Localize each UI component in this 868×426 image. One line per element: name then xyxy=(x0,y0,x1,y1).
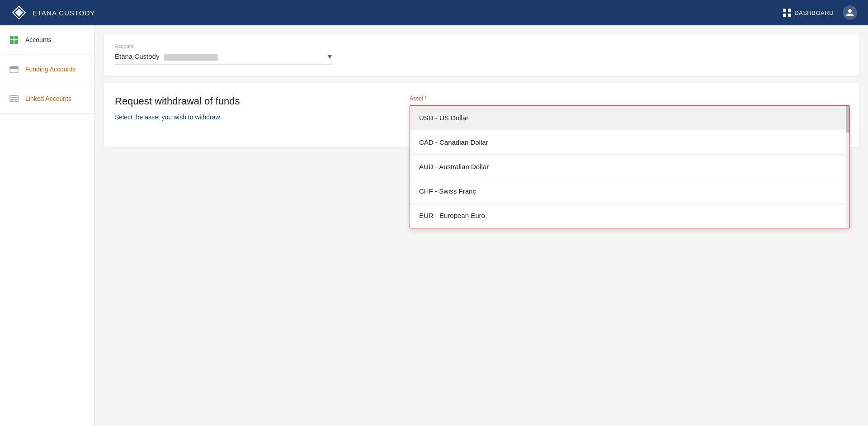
main-content: Account Etana Custody ▾ Request withdraw… xyxy=(95,25,868,426)
account-selector-card: Account Etana Custody ▾ xyxy=(104,34,859,76)
sidebar-item-linked-accounts[interactable]: Linked Accounts xyxy=(0,84,94,114)
account-field-label: Account xyxy=(115,43,848,49)
asset-dropdown[interactable]: USD - US Dollar CAD - Canadian Dollar AU… xyxy=(410,105,850,228)
user-avatar[interactable] xyxy=(843,5,857,20)
account-select-wrapper[interactable]: Etana Custody ▾ xyxy=(115,52,332,65)
page-layout: Accounts Funding Accounts Linked Account… xyxy=(0,25,868,426)
header-actions: DASHBOARD xyxy=(783,5,857,20)
svg-rect-5 xyxy=(783,14,786,17)
account-select-value: Etana Custody xyxy=(115,52,328,60)
svg-rect-9 xyxy=(10,40,14,44)
user-icon xyxy=(845,8,854,17)
sidebar-funding-label: Funding Accounts xyxy=(25,66,75,73)
dropdown-option-cad[interactable]: CAD - Canadian Dollar xyxy=(410,130,849,155)
svg-rect-14 xyxy=(10,95,18,102)
asset-field-label: Asset * xyxy=(410,95,427,102)
dropdown-option-usd[interactable]: USD - US Dollar xyxy=(410,106,849,130)
svg-rect-10 xyxy=(14,40,18,44)
sidebar-item-accounts[interactable]: Accounts xyxy=(0,25,94,55)
svg-rect-16 xyxy=(11,99,14,100)
dashboard-icon xyxy=(783,8,792,17)
dashboard-label: DASHBOARD xyxy=(794,9,834,16)
dropdown-scrollbar[interactable] xyxy=(846,106,849,228)
svg-rect-17 xyxy=(14,99,17,100)
dashboard-link[interactable]: DASHBOARD xyxy=(783,8,834,17)
sidebar: Accounts Funding Accounts Linked Account… xyxy=(0,25,95,426)
dropdown-scrollbar-thumb xyxy=(846,106,849,133)
svg-rect-8 xyxy=(14,36,18,39)
accounts-icon xyxy=(9,35,19,45)
sidebar-item-funding-accounts[interactable]: Funding Accounts xyxy=(0,55,94,84)
account-blurred-text xyxy=(164,54,218,61)
withdrawal-card: Request withdrawal of funds Select the a… xyxy=(104,83,859,147)
svg-rect-4 xyxy=(788,9,791,12)
dropdown-option-eur[interactable]: EUR - European Euro xyxy=(410,204,849,228)
sidebar-linked-label: Linked Accounts xyxy=(25,95,71,102)
header-brand: ETANA CUSTODY xyxy=(11,5,95,21)
app-header: ETANA CUSTODY DASHBOARD xyxy=(0,0,868,25)
brand-logo-icon xyxy=(11,5,27,21)
sidebar-accounts-label: Accounts xyxy=(25,36,52,43)
dropdown-option-aud[interactable]: AUD - Australian Dollar xyxy=(410,155,849,179)
dropdown-option-chf[interactable]: CHF - Swiss Franc xyxy=(410,179,849,204)
svg-rect-6 xyxy=(788,14,791,17)
brand-name: ETANA CUSTODY xyxy=(33,9,95,17)
funding-icon xyxy=(9,64,19,74)
svg-rect-7 xyxy=(10,36,14,39)
svg-rect-3 xyxy=(783,9,786,12)
account-dropdown-arrow-icon[interactable]: ▾ xyxy=(328,52,332,62)
linked-icon xyxy=(9,94,19,104)
